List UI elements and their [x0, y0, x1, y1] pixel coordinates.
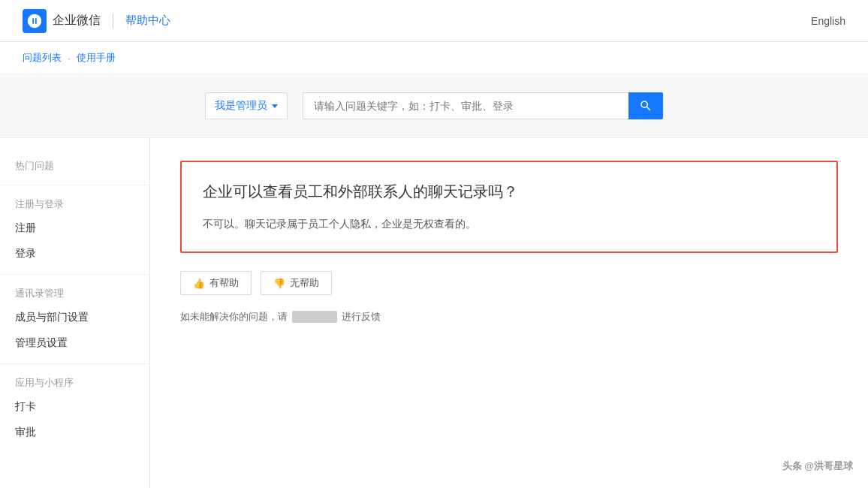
header: 企业微信 帮助中心 English: [0, 0, 868, 42]
search-input[interactable]: [303, 92, 628, 119]
breadcrumb-item-manual[interactable]: 使用手册: [77, 51, 116, 65]
sidebar-section-title-hot: 热门问题: [0, 153, 149, 177]
role-label: 我是管理员: [215, 99, 267, 113]
not-helpful-button[interactable]: 👎 无帮助: [261, 271, 332, 295]
sidebar-divider-2: [0, 274, 149, 275]
not-helpful-label: 无帮助: [290, 276, 319, 290]
thumbs-down-icon: 👎: [273, 278, 285, 289]
contact-suffix: 进行反馈: [342, 310, 381, 324]
breadcrumb-separator: ·: [68, 53, 71, 64]
thumbs-up-icon: 👍: [193, 278, 205, 289]
sidebar-divider-1: [0, 185, 149, 185]
helpful-button[interactable]: 👍 有帮助: [180, 271, 252, 295]
chevron-down-icon: [272, 104, 278, 108]
feedback-row: 👍 有帮助 👎 无帮助: [180, 271, 838, 295]
helpful-label: 有帮助: [209, 276, 239, 290]
sidebar-item-register[interactable]: 注册: [0, 215, 149, 241]
sidebar-item-approval[interactable]: 审批: [0, 420, 149, 445]
watermark: 头条 @洪哥星球: [782, 459, 853, 473]
sidebar-section-title-apps: 应用与小程序: [0, 370, 149, 394]
search-input-wrap: [303, 92, 663, 119]
sidebar-item-members[interactable]: 成员与部门设置: [0, 305, 149, 330]
search-area: 我是管理员: [0, 74, 868, 138]
sidebar-section-title-contacts: 通讯录管理: [0, 281, 149, 305]
help-center-link[interactable]: 帮助中心: [125, 14, 170, 28]
question-card: 企业可以查看员工和外部联系人的聊天记录吗？ 不可以。聊天记录属于员工个人隐私，企…: [180, 161, 838, 253]
header-divider: [113, 14, 113, 29]
role-selector[interactable]: 我是管理员: [205, 92, 288, 119]
header-left: 企业微信 帮助中心: [23, 9, 170, 33]
sidebar: 热门问题 注册与登录 注册 登录 通讯录管理 成员与部门设置 管理员设置 应用与…: [0, 138, 150, 488]
sidebar-item-admin[interactable]: 管理员设置: [0, 330, 149, 356]
logo-icon: [23, 9, 47, 33]
sidebar-section-register: 注册与登录 注册 登录: [0, 191, 149, 267]
breadcrumb-item-list[interactable]: 问题列表: [23, 51, 62, 65]
sidebar-section-apps: 应用与小程序 打卡 审批: [0, 370, 149, 445]
sidebar-section-hot: 热门问题: [0, 153, 149, 177]
breadcrumb: 问题列表 · 使用手册: [0, 42, 868, 74]
main-layout: 热门问题 注册与登录 注册 登录 通讯录管理 成员与部门设置 管理员设置 应用与…: [0, 138, 868, 488]
contact-link[interactable]: [292, 311, 337, 323]
sidebar-divider-3: [0, 363, 149, 364]
question-title: 企业可以查看员工和外部联系人的聊天记录吗？: [203, 180, 815, 203]
logo-box: 企业微信: [23, 9, 101, 33]
logo-text: 企业微信: [53, 13, 101, 29]
sidebar-section-title-register: 注册与登录: [0, 191, 149, 215]
language-switch[interactable]: English: [811, 15, 845, 27]
search-button[interactable]: [628, 92, 663, 119]
question-answer: 不可以。聊天记录属于员工个人隐私，企业是无权查看的。: [203, 215, 815, 233]
sidebar-item-login[interactable]: 登录: [0, 241, 149, 267]
content-area: 企业可以查看员工和外部联系人的聊天记录吗？ 不可以。聊天记录属于员工个人隐私，企…: [150, 138, 868, 488]
contact-prefix: 如未能解决你的问题，请: [180, 310, 288, 324]
contact-row: 如未能解决你的问题，请 进行反馈: [180, 310, 838, 324]
sidebar-item-checkin[interactable]: 打卡: [0, 394, 149, 420]
sidebar-section-contacts: 通讯录管理 成员与部门设置 管理员设置: [0, 281, 149, 356]
